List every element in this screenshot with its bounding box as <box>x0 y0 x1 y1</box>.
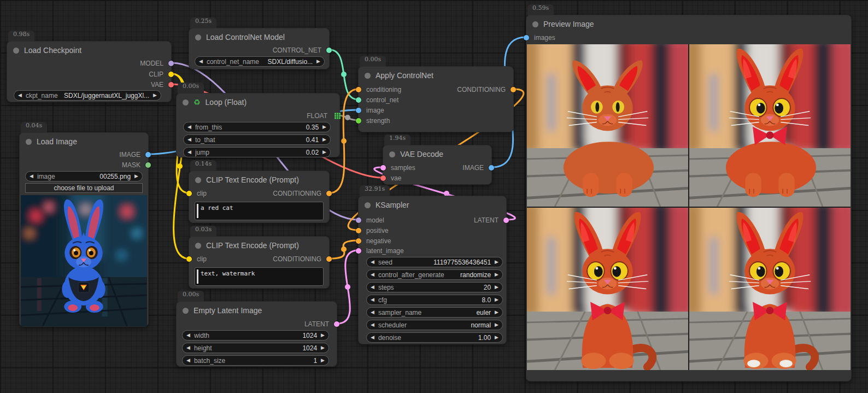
increment-arrow-icon[interactable]: ▶ <box>495 310 498 315</box>
choose-file-button[interactable]: choose file to upload <box>25 183 143 193</box>
conditioning-input-port[interactable]: conditioning <box>359 85 401 94</box>
decrement-arrow-icon[interactable]: ◀ <box>371 335 374 340</box>
decrement-arrow-icon[interactable]: ◀ <box>30 174 33 179</box>
decrement-arrow-icon[interactable]: ◀ <box>186 333 190 338</box>
decrement-arrow-icon[interactable]: ◀ <box>371 260 374 265</box>
increment-arrow-icon[interactable]: ▶ <box>322 137 326 142</box>
sampler-name-widget[interactable]: ◀ sampler_name euler ▶ <box>366 307 503 318</box>
port-dot[interactable] <box>145 152 151 157</box>
decrement-arrow-icon[interactable]: ◀ <box>199 59 203 64</box>
batch-size-widget[interactable]: ◀ batch_size 1 ▶ <box>182 355 329 366</box>
vae-input-port[interactable]: vae <box>383 174 401 183</box>
increment-arrow-icon[interactable]: ▶ <box>153 93 157 98</box>
conditioning-output-port[interactable]: CONDITIONING <box>273 189 329 198</box>
clip-input-port[interactable]: clip <box>189 189 207 198</box>
decrement-arrow-icon[interactable]: ◀ <box>187 125 191 130</box>
decrement-arrow-icon[interactable]: ◀ <box>187 137 191 142</box>
decrement-arrow-icon[interactable]: ◀ <box>186 345 190 350</box>
control-net-output-port[interactable]: CONTROL_NET <box>273 46 329 55</box>
prompt-text-area[interactable]: text, watermark <box>195 267 324 286</box>
float-output-port[interactable]: FLOAT <box>307 112 339 120</box>
port-dot[interactable] <box>356 108 361 113</box>
ckpt-name-widget[interactable]: ◀ ckpt_name SDXL/juggernautXL_juggXl... … <box>14 90 161 101</box>
increment-arrow-icon[interactable]: ▶ <box>316 59 320 64</box>
decrement-arrow-icon[interactable]: ◀ <box>187 150 191 155</box>
control-net-input-port[interactable]: control_net <box>359 96 398 104</box>
increment-arrow-icon[interactable]: ▶ <box>495 322 498 327</box>
node-graph-canvas[interactable]: 0.98s Load Checkpoint MODEL CLIP VAE ◀ c… <box>0 0 868 393</box>
collapse-dot[interactable] <box>195 243 201 249</box>
port-dot[interactable] <box>326 191 332 196</box>
port-dot[interactable] <box>489 165 494 171</box>
collapse-dot[interactable] <box>195 34 201 40</box>
collapse-dot[interactable] <box>13 48 19 54</box>
latent-output-port[interactable]: LATENT <box>474 216 506 225</box>
port-dot[interactable] <box>524 35 529 40</box>
decrement-arrow-icon[interactable]: ◀ <box>186 358 190 363</box>
image-file-widget[interactable]: ◀ image 00255.png ▶ <box>25 171 143 181</box>
decrement-arrow-icon[interactable]: ◀ <box>371 310 374 315</box>
increment-arrow-icon[interactable]: ▶ <box>134 174 138 179</box>
image-input-port[interactable]: image <box>359 106 384 115</box>
node-vae-decode[interactable]: 1.94s VAE Decode samples vae IMAGE <box>383 145 492 185</box>
collapse-dot[interactable] <box>389 151 395 157</box>
width-widget[interactable]: ◀ width 1024 ▶ <box>182 330 329 341</box>
increment-arrow-icon[interactable]: ▶ <box>322 125 326 130</box>
node-clip-text-encode-negative[interactable]: 0.03s CLIP Text Encode (Prompt) clip CON… <box>189 236 330 289</box>
port-dot[interactable] <box>356 87 361 92</box>
decrement-arrow-icon[interactable]: ◀ <box>371 322 374 327</box>
port-dot[interactable] <box>186 191 192 196</box>
decrement-arrow-icon[interactable]: ◀ <box>371 272 374 277</box>
latent-image-input-port[interactable]: latent_image <box>359 247 404 255</box>
latent-output-port[interactable]: LATENT <box>304 320 337 329</box>
denoise-widget[interactable]: ◀ denoise 1.00 ▶ <box>366 332 503 343</box>
collapse-dot[interactable] <box>365 73 371 79</box>
increment-arrow-icon[interactable]: ▶ <box>321 358 325 363</box>
decrement-arrow-icon[interactable]: ◀ <box>18 93 22 98</box>
scheduler-widget[interactable]: ◀ scheduler normal ▶ <box>366 320 503 330</box>
increment-arrow-icon[interactable]: ▶ <box>495 297 498 302</box>
port-dot[interactable] <box>145 162 151 168</box>
cfg-widget[interactable]: ◀ cfg 8.0 ▶ <box>366 295 503 305</box>
node-ksampler[interactable]: 32.91s KSampler model positive negative … <box>358 196 507 344</box>
port-dot[interactable] <box>356 97 361 103</box>
port-dot[interactable] <box>356 228 361 233</box>
increment-arrow-icon[interactable]: ▶ <box>495 285 498 290</box>
decrement-arrow-icon[interactable]: ◀ <box>371 285 374 290</box>
control-after-generate-widget[interactable]: ◀ control_after_generate randomize ▶ <box>366 269 503 280</box>
height-widget[interactable]: ◀ height 1024 ▶ <box>182 343 329 353</box>
samples-input-port[interactable]: samples <box>383 163 415 172</box>
collapse-dot[interactable] <box>26 139 32 145</box>
port-dot[interactable] <box>356 248 361 254</box>
collapse-dot[interactable] <box>365 202 371 208</box>
port-dot[interactable] <box>168 72 174 77</box>
port-dot[interactable] <box>380 175 386 181</box>
node-loop-float[interactable]: 0.00s ♻Loop (Float) FLOAT ◀ from_this 0.… <box>176 93 340 157</box>
node-load-controlnet-model[interactable]: 0.25s Load ControlNet Model CONTROL_NET … <box>189 28 330 69</box>
seed-widget[interactable]: ◀ seed 1119775536436451 ▶ <box>366 257 503 267</box>
port-dot[interactable] <box>168 82 174 87</box>
grid-output-icon[interactable] <box>335 113 341 119</box>
collapse-dot[interactable] <box>532 21 538 27</box>
vae-output-port[interactable]: VAE <box>151 80 171 89</box>
clip-output-port[interactable]: CLIP <box>149 70 171 79</box>
node-preview-image[interactable]: 0.59s Preview Image images <box>526 15 852 382</box>
increment-arrow-icon[interactable]: ▶ <box>495 260 498 265</box>
port-dot[interactable] <box>186 256 192 262</box>
port-dot[interactable] <box>356 118 361 124</box>
port-dot[interactable] <box>334 321 339 327</box>
clip-input-port[interactable]: clip <box>189 255 207 263</box>
image-output-port[interactable]: IMAGE <box>462 163 491 172</box>
decrement-arrow-icon[interactable]: ◀ <box>371 297 374 302</box>
model-input-port[interactable]: model <box>359 216 384 225</box>
node-clip-text-encode-positive[interactable]: 0.14s CLIP Text Encode (Prompt) clip CON… <box>189 171 330 223</box>
collapse-dot[interactable] <box>183 308 189 314</box>
negative-input-port[interactable]: negative <box>359 237 391 245</box>
conditioning-output-port[interactable]: CONDITIONING <box>457 85 513 94</box>
port-dot[interactable] <box>326 48 332 53</box>
jump-widget[interactable]: ◀ jump 0.02 ▶ <box>183 147 331 157</box>
model-output-port[interactable]: MODEL <box>140 59 171 68</box>
strength-input-port[interactable]: strength <box>359 116 390 125</box>
port-dot[interactable] <box>326 256 332 262</box>
increment-arrow-icon[interactable]: ▶ <box>495 335 498 340</box>
